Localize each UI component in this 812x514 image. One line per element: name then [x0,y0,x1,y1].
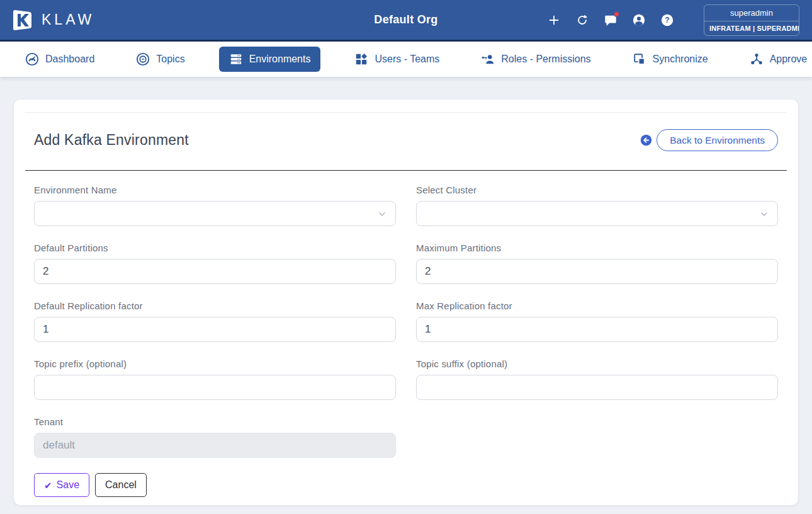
field-tenant: Tenant [34,416,396,458]
tab-label: Topics [156,54,184,65]
field-maximum-partitions: Maximum Partitions [416,243,778,284]
main-nav-tabs: Dashboard Topics Environm [0,42,812,77]
tab-label: Roles - Permissions [501,54,590,65]
chevron-down-icon [759,209,769,222]
messages-icon[interactable] [604,13,617,27]
tab-label: Approve [770,54,808,65]
topic-suffix-input[interactable] [416,375,778,400]
form-actions: ✔ Save Cancel [34,473,778,497]
user-info[interactable]: superadmin INFRATEAM | SUPERADMIN [704,4,799,36]
add-environment-card: Add Kafka Environment Back to Environmen… [14,100,798,505]
help-icon[interactable]: ? [660,13,674,27]
chevron-down-icon [377,209,387,222]
default-partitions-input[interactable] [34,259,396,284]
field-environment-name: Environment Name [34,185,396,226]
user-team-role: INFRATEAM | SUPERADMIN [704,21,799,35]
dashboard-gauge-icon [25,52,39,66]
field-topic-prefix: Topic prefix (optional) [34,358,396,400]
back-to-environments-button[interactable]: Back to Environments [657,129,778,151]
default-replication-label: Default Replication factor [34,300,396,311]
card-top-divider [25,112,787,113]
tenant-label: Tenant [34,416,396,427]
environment-name-select[interactable] [34,201,396,226]
add-icon[interactable] [547,13,561,27]
tab-label: Users - Teams [375,54,439,65]
roles-permissions-icon [481,52,495,66]
svg-text:?: ? [665,16,669,25]
field-default-replication: Default Replication factor [34,300,396,342]
max-replication-label: Max Replication factor [416,300,778,311]
topic-prefix-input[interactable] [34,375,396,400]
refresh-icon[interactable] [575,13,589,27]
tab-users-teams[interactable]: Users - Teams [347,47,447,72]
default-partitions-label: Default Partitions [34,243,396,253]
user-name: superadmin [704,5,799,21]
tab-topics[interactable]: Topics [128,47,192,72]
topic-prefix-label: Topic prefix (optional) [34,358,396,369]
arrow-circle-left-icon[interactable] [640,134,652,146]
cancel-button[interactable]: Cancel [95,473,147,497]
tab-environments[interactable]: Environments [219,47,321,72]
field-default-partitions: Default Partitions [34,243,396,284]
users-teams-icon [354,52,368,66]
approve-hub-icon [750,52,764,66]
brand[interactable]: KLAW [13,8,94,32]
check-icon: ✔ [44,481,52,490]
tab-label: Synchronize [653,54,708,65]
maximum-partitions-label: Maximum Partitions [416,243,778,253]
navbar-actions: ? superadmin INFRATEAM | SUPERADMIN [547,4,799,36]
tab-roles-permissions[interactable]: Roles - Permissions [473,47,598,72]
environments-server-icon [229,52,243,66]
topic-suffix-label: Topic suffix (optional) [416,358,778,369]
select-cluster-select[interactable] [416,201,778,226]
topics-target-icon [136,52,150,66]
select-cluster-label: Select Cluster [416,185,778,195]
klaw-logo-icon [13,8,34,32]
org-title: Default Org [374,13,437,26]
field-topic-suffix: Topic suffix (optional) [416,358,778,400]
account-icon[interactable] [632,13,646,27]
notification-badge [614,11,619,17]
tab-approve[interactable]: Approve [742,47,812,72]
field-max-replication: Max Replication factor [416,300,778,342]
field-select-cluster: Select Cluster [416,185,778,226]
environment-name-label: Environment Name [34,185,396,195]
top-navbar: KLAW Default Org [0,0,812,42]
page-title: Add Kafka Environment [34,132,189,149]
synchronize-icon [633,52,646,66]
save-button[interactable]: ✔ Save [34,473,89,497]
tab-synchronize[interactable]: Synchronize [625,47,716,72]
maximum-partitions-input[interactable] [416,259,778,284]
default-replication-input[interactable] [34,317,396,342]
tab-label: Environments [249,54,311,65]
tab-dashboard[interactable]: Dashboard [18,47,102,72]
tab-label: Dashboard [45,54,94,65]
brand-text: KLAW [42,11,94,28]
max-replication-input[interactable] [416,317,778,342]
tenant-input [34,433,396,458]
environment-form: Environment Name Select Cluster [25,171,787,497]
